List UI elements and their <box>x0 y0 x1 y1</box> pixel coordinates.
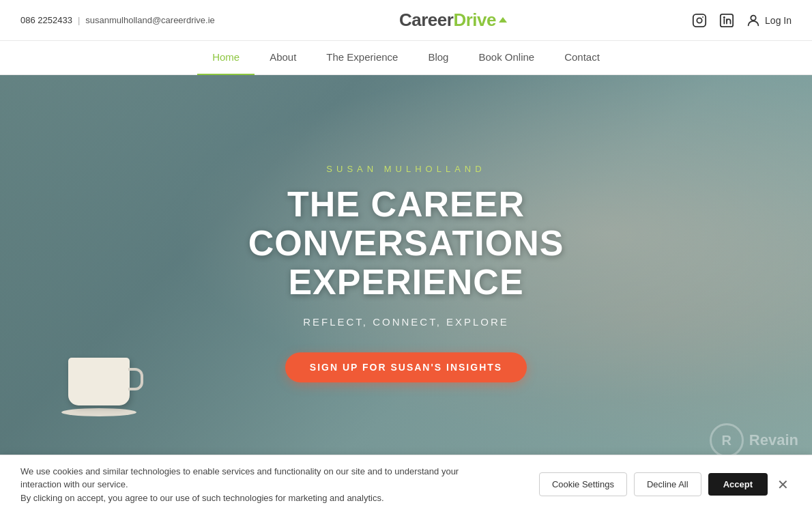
hero-title: THE CAREER CONVERSATIONS EXPERIENCE <box>167 185 645 302</box>
cookie-text: We use cookies and similar technologies … <box>20 465 498 505</box>
cookie-banner: We use cookies and similar technologies … <box>0 455 812 515</box>
email-address: susanmulholland@careerdrive.ie <box>85 15 215 25</box>
hero-cta-button[interactable]: SIGN UP FOR SUSAN'S INSIGHTS <box>285 352 527 382</box>
login-label: Log In <box>765 15 792 26</box>
logo-drive-text: Drive <box>453 10 496 31</box>
cookie-decline-button[interactable]: Decline All <box>634 472 701 496</box>
svg-point-2 <box>702 16 704 18</box>
cookie-actions: Cookie Settings Decline All Accept ✕ <box>539 472 792 496</box>
main-nav: Home About The Experience Blog Book Onli… <box>0 41 812 75</box>
top-bar-right: Log In <box>691 12 792 29</box>
svg-point-7 <box>751 15 755 20</box>
coffee-saucer <box>61 408 136 416</box>
cookie-text-line2: By clicking on accept, you agree to our … <box>20 493 384 503</box>
hero-content: SUSAN MULHOLLAND THE CAREER CONVERSATION… <box>167 164 645 382</box>
cookie-close-button[interactable]: ✕ <box>774 478 792 491</box>
site-logo[interactable]: CareerDrive <box>399 10 507 31</box>
hero-tagline: REFLECT, CONNECT, EXPLORE <box>167 316 645 328</box>
linkedin-icon[interactable] <box>719 12 735 29</box>
top-bar: 086 2252433 | susanmulholland@careerdriv… <box>0 0 812 41</box>
nav-item-experience[interactable]: The Experience <box>311 41 413 75</box>
cookie-accept-button[interactable]: Accept <box>708 473 768 496</box>
nav-item-home[interactable]: Home <box>197 41 255 75</box>
cookie-text-line1: We use cookies and similar technologies … <box>20 466 459 490</box>
revain-logo-letter: R <box>722 433 731 448</box>
separator: | <box>78 15 80 25</box>
nav-item-contact[interactable]: Contact <box>549 41 615 75</box>
hero-section: SUSAN MULHOLLAND THE CAREER CONVERSATION… <box>0 75 812 471</box>
coffee-cup <box>68 358 130 405</box>
phone-number: 086 2252433 <box>20 15 72 25</box>
nav-item-book-online[interactable]: Book Online <box>463 41 549 75</box>
user-account[interactable]: Log In <box>746 13 792 28</box>
logo-career-text: Career <box>399 10 453 31</box>
revain-logo-circle: R <box>710 423 744 457</box>
nav-item-blog[interactable]: Blog <box>413 41 463 75</box>
nav-item-about[interactable]: About <box>255 41 311 75</box>
svg-point-1 <box>697 18 701 23</box>
revain-text: Revain <box>749 431 798 449</box>
logo-arrow-icon <box>499 17 507 23</box>
hero-coffee-decoration <box>68 358 136 416</box>
revain-watermark: R Revain <box>710 423 798 457</box>
cookie-settings-button[interactable]: Cookie Settings <box>539 472 627 496</box>
instagram-icon[interactable] <box>691 12 708 29</box>
hero-subtitle: SUSAN MULHOLLAND <box>167 164 645 174</box>
contact-info: 086 2252433 | susanmulholland@careerdriv… <box>20 15 215 25</box>
svg-rect-0 <box>693 14 706 26</box>
